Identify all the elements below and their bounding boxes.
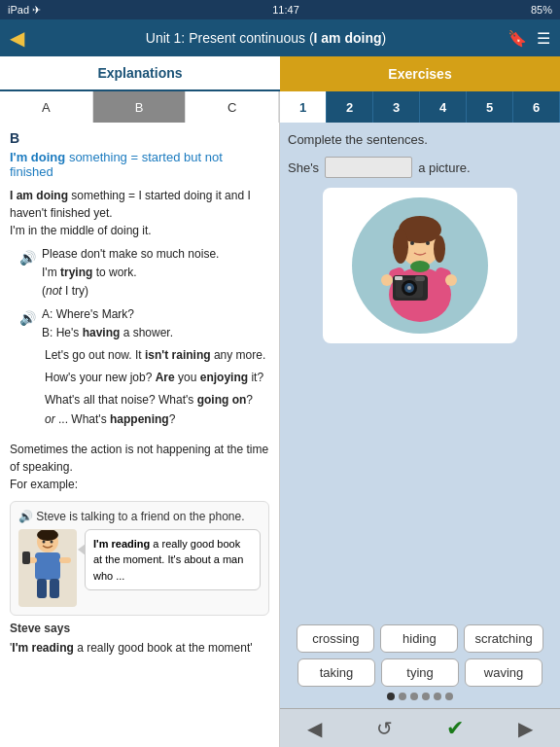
svg-rect-30 bbox=[395, 276, 402, 280]
example-text-2: A: Where's Mark? B: He's having a shower… bbox=[42, 305, 269, 342]
svg-rect-4 bbox=[22, 551, 30, 564]
example-text-3: Let's go out now. It isn't raining any m… bbox=[45, 346, 269, 365]
right-panel: Complete the sentences. She's a picture. bbox=[280, 123, 560, 747]
dot-5 bbox=[434, 693, 441, 700]
sentence-row: She's a picture. bbox=[288, 157, 552, 178]
word-btn-tying[interactable]: tying bbox=[381, 658, 459, 687]
dot-4 bbox=[422, 693, 430, 700]
dot-1 bbox=[387, 693, 395, 700]
character-svg bbox=[21, 530, 75, 606]
status-bar: iPad ✈ 11:47 85% bbox=[0, 0, 560, 19]
story-header: 🔊 Steve is talking to a friend on the ph… bbox=[18, 510, 261, 523]
sub-tab-c[interactable]: C bbox=[186, 91, 279, 123]
example-5: What's all that noise? What's going on? … bbox=[19, 391, 269, 428]
svg-point-8 bbox=[42, 540, 45, 543]
svg-point-23 bbox=[445, 274, 457, 286]
back-button[interactable]: ◀ bbox=[10, 26, 24, 50]
dot-6 bbox=[445, 693, 453, 700]
body-paragraph1: I am doing something = I started doing i… bbox=[10, 187, 269, 239]
word-btn-scratching[interactable]: scratching bbox=[464, 624, 542, 653]
sub-tab-5[interactable]: 5 bbox=[467, 91, 513, 123]
status-right: 85% bbox=[531, 4, 552, 16]
sub-tab-6[interactable]: 6 bbox=[513, 91, 560, 123]
story-speech: I'm reading a really good book at the mo… bbox=[85, 529, 261, 591]
camera-girl-illustration bbox=[332, 193, 508, 338]
svg-rect-6 bbox=[37, 579, 47, 598]
word-btn-hiding[interactable]: hiding bbox=[380, 624, 458, 653]
svg-point-18 bbox=[426, 241, 430, 245]
word-btn-crossing[interactable]: crossing bbox=[297, 624, 374, 653]
pagination bbox=[288, 693, 552, 700]
nav-refresh-button[interactable]: ↺ bbox=[361, 713, 408, 744]
sub-tab-1[interactable]: 1 bbox=[280, 91, 327, 123]
sub-tab-3[interactable]: 3 bbox=[373, 91, 420, 123]
sub-tabs-right: 1 2 3 4 5 6 bbox=[280, 91, 560, 123]
audio-icon-1[interactable]: 🔊 bbox=[19, 247, 36, 268]
story-inner: I'm reading a really good book at the mo… bbox=[18, 529, 261, 607]
story-box: 🔊 Steve is talking to a friend on the ph… bbox=[10, 501, 269, 616]
bookmark-icon[interactable]: 🔖 bbox=[508, 29, 527, 48]
svg-point-19 bbox=[410, 261, 430, 272]
sub-tab-2[interactable]: 2 bbox=[327, 91, 373, 123]
example-text-5: What's all that noise? What's going on? … bbox=[45, 391, 269, 428]
dot-3 bbox=[410, 693, 418, 700]
nav-forward-button[interactable]: ▶ bbox=[503, 713, 548, 744]
tabs-container: A B C 1 2 3 4 5 6 bbox=[0, 91, 560, 123]
svg-point-16 bbox=[434, 235, 445, 263]
svg-point-17 bbox=[410, 241, 414, 245]
word-btn-row-1: crossing hiding scratching bbox=[288, 624, 552, 653]
example-text-1: Please don't make so much noise. I'm try… bbox=[42, 245, 269, 302]
example-4: How's your new job? Are you enjoying it? bbox=[19, 369, 269, 387]
svg-point-22 bbox=[381, 274, 393, 286]
example-3: Let's go out now. It isn't raining any m… bbox=[19, 346, 269, 365]
tab-row: Explanations Exercises bbox=[0, 56, 560, 91]
tab-explanations[interactable]: Explanations bbox=[0, 56, 280, 91]
svg-point-9 bbox=[50, 540, 52, 543]
header-title: Unit 1: Present continuous (I am doing) bbox=[24, 30, 508, 46]
section-title: I'm doing something = started but not fi… bbox=[10, 150, 269, 179]
svg-rect-2 bbox=[35, 552, 60, 580]
illustration-box bbox=[323, 188, 517, 343]
example-2: 🔊 A: Where's Mark? B: He's having a show… bbox=[19, 305, 269, 342]
word-btn-waving[interactable]: waving bbox=[465, 658, 542, 687]
sentence-end: a picture. bbox=[418, 160, 470, 175]
main-content: B I'm doing something = started but not … bbox=[0, 123, 560, 747]
complete-sentence-label: Complete the sentences. bbox=[288, 132, 552, 147]
dot-2 bbox=[399, 693, 406, 700]
word-btn-row-2: taking tying waving bbox=[288, 658, 552, 687]
audio-icon-2[interactable]: 🔊 bbox=[19, 307, 36, 329]
story-audio-icon[interactable]: 🔊 bbox=[18, 510, 33, 523]
svg-point-15 bbox=[393, 229, 408, 264]
nav-check-button[interactable]: ✔ bbox=[431, 712, 479, 745]
sub-tab-4[interactable]: 4 bbox=[420, 91, 467, 123]
status-time: 11:47 bbox=[272, 4, 299, 16]
nav-back-button[interactable]: ◀ bbox=[292, 713, 337, 744]
story-header-text: Steve is talking to a friend on the phon… bbox=[36, 510, 244, 523]
sub-tab-a[interactable]: A bbox=[0, 91, 93, 123]
section-letter: B bbox=[10, 130, 269, 146]
tab-exercises[interactable]: Exercises bbox=[280, 56, 560, 91]
steve-quote: 'I'm reading a really good book at the m… bbox=[10, 639, 269, 657]
word-btn-taking[interactable]: taking bbox=[298, 658, 375, 687]
header-title-text: Unit 1: Present continuous (I am doing) bbox=[146, 30, 386, 46]
exercise-area: Complete the sentences. She's a picture. bbox=[280, 123, 560, 619]
character-figure bbox=[18, 529, 77, 607]
svg-rect-29 bbox=[415, 276, 425, 281]
body-paragraph2: Sometimes the action is not happening at… bbox=[10, 441, 269, 493]
svg-rect-7 bbox=[50, 579, 59, 598]
svg-point-28 bbox=[407, 286, 411, 290]
steve-says-label: Steve says bbox=[10, 622, 269, 635]
header: ◀ Unit 1: Present continuous (I am doing… bbox=[0, 19, 560, 56]
header-icons: 🔖 ☰ bbox=[508, 29, 550, 48]
fill-input[interactable] bbox=[325, 157, 412, 178]
sub-tabs-left: A B C bbox=[0, 91, 280, 123]
story-speech-text: I'm reading a really good book at the mo… bbox=[93, 538, 243, 582]
sentence-start: She's bbox=[288, 160, 319, 175]
example-1: 🔊 Please don't make so much noise. I'm t… bbox=[19, 245, 269, 302]
status-left: iPad ✈ bbox=[8, 4, 41, 17]
bottom-nav: ◀ ↺ ✔ ▶ bbox=[280, 708, 560, 747]
word-buttons-area: crossing hiding scratching taking tying … bbox=[280, 619, 560, 708]
menu-icon[interactable]: ☰ bbox=[537, 29, 550, 48]
left-panel: B I'm doing something = started but not … bbox=[0, 123, 280, 747]
sub-tab-b[interactable]: B bbox=[93, 91, 187, 123]
